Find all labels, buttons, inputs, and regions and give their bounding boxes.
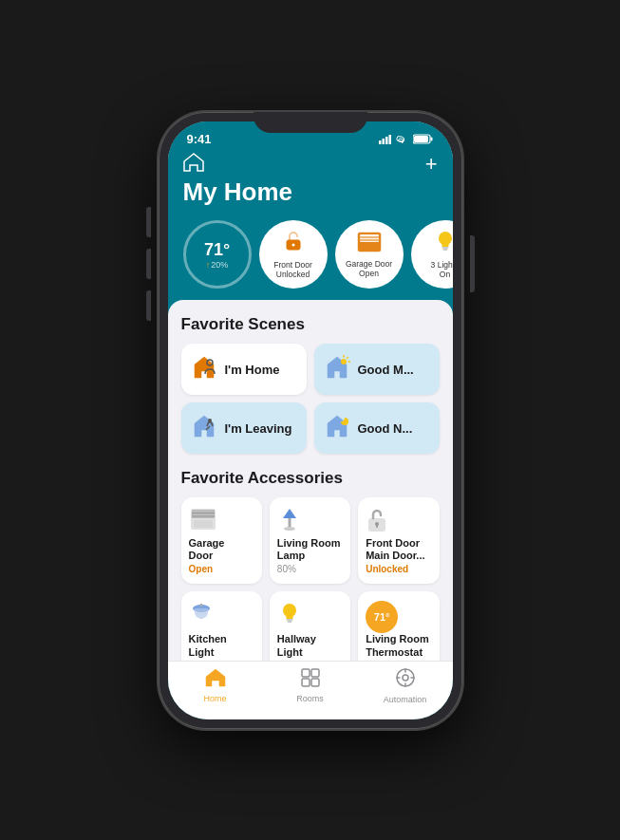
lights-tile[interactable]: 3 LightsOn <box>411 220 453 289</box>
wifi-icon <box>396 135 409 144</box>
tab-bar: Home Rooms <box>168 661 453 719</box>
kitchen-light-icon <box>189 601 254 631</box>
svg-point-28 <box>284 527 295 531</box>
rooms-tab-icon <box>301 668 320 687</box>
garage-acc-icon <box>189 507 217 532</box>
kitchen-light-name: KitchenLight <box>189 633 254 658</box>
good-morning-label: Good M... <box>358 363 414 377</box>
temp-arrow: ↑ <box>206 260 211 270</box>
svg-rect-6 <box>414 136 428 142</box>
accessory-garage-door[interactable]: GarageDoor Open <box>181 497 262 584</box>
svg-rect-23 <box>192 510 215 518</box>
ceiling-light-icon <box>189 601 214 627</box>
moon-house-icon <box>324 414 350 439</box>
accessory-kitchen-light[interactable]: KitchenLight 70% <box>181 591 262 660</box>
front-door-tile[interactable]: Front DoorUnlocked <box>259 220 328 289</box>
lights-label: 3 LightsOn <box>431 260 453 279</box>
svg-point-16 <box>341 359 347 364</box>
scenes-grid: I'm Home <box>181 344 440 454</box>
svg-rect-2 <box>385 137 388 144</box>
im-leaving-icon <box>191 414 217 442</box>
svg-rect-35 <box>287 621 291 623</box>
bulb-icon <box>435 230 453 254</box>
tab-automation-icon <box>395 667 416 693</box>
sun-house-icon <box>324 355 350 380</box>
scene-im-home[interactable]: I'm Home <box>181 344 307 395</box>
svg-rect-1 <box>382 139 385 144</box>
svg-rect-31 <box>376 524 378 528</box>
status-time: 9:41 <box>187 132 212 146</box>
lights-icon <box>435 230 453 258</box>
temp-value: 71° <box>204 240 230 260</box>
living-lamp-name: Living RoomLamp <box>277 537 343 562</box>
scene-good-morning[interactable]: Good M... <box>314 344 440 395</box>
accessories-section-title: Favorite Accessories <box>181 469 440 488</box>
tab-home-label: Home <box>203 694 226 703</box>
status-icons <box>379 134 434 144</box>
good-night-icon <box>324 414 350 442</box>
garage-icon <box>356 231 383 253</box>
add-button[interactable]: + <box>425 152 438 177</box>
signal-icon <box>379 135 392 144</box>
scene-good-night[interactable]: Good N... <box>314 402 440 454</box>
home-icon-btn[interactable] <box>183 153 204 176</box>
status-tiles-row: 71° ↑ 20% <box>168 213 453 300</box>
living-lamp-status: 80% <box>277 564 343 574</box>
im-home-label: I'm Home <box>225 363 280 377</box>
good-night-label: Good N... <box>358 421 413 436</box>
battery-icon <box>413 134 434 144</box>
scene-im-leaving[interactable]: I'm Leaving <box>181 402 307 454</box>
leaving-icon <box>191 414 217 439</box>
phone-screen: 9:41 <box>168 121 453 719</box>
thermostat-name: Living RoomThermostat <box>366 633 431 658</box>
front-door-lock-icon <box>366 507 431 537</box>
svg-rect-27 <box>288 518 291 528</box>
accessory-front-door-lock[interactable]: Front DoorMain Door... Unlocked <box>358 497 439 584</box>
svg-rect-37 <box>311 669 319 677</box>
front-door-lock-name: Front DoorMain Door... <box>366 537 431 562</box>
garage-door-tile[interactable]: Garage DoorOpen <box>335 220 404 289</box>
front-door-icon <box>282 230 305 258</box>
front-door-label: Front DoorUnlocked <box>273 260 312 279</box>
scroll-area[interactable]: 71° ↑ 20% <box>168 213 453 660</box>
svg-rect-39 <box>311 679 319 686</box>
notch <box>254 112 367 133</box>
front-door-lock-status: Unlocked <box>366 564 431 574</box>
bulb-yellow-icon <box>277 601 302 627</box>
tab-home-icon <box>205 668 226 692</box>
thermostat-circle: 71° <box>366 601 398 633</box>
tab-automation[interactable]: Automation <box>358 667 453 704</box>
svg-rect-5 <box>430 138 432 141</box>
svg-rect-10 <box>360 234 379 242</box>
garage-door-acc-name: GarageDoor <box>189 537 254 562</box>
desk-lamp-icon <box>277 507 302 533</box>
svg-point-41 <box>403 675 408 681</box>
app-header: + <box>168 148 453 178</box>
svg-rect-33 <box>200 604 202 607</box>
accessory-thermostat[interactable]: 71° Living RoomThermostat Heating to 71° <box>358 591 439 660</box>
white-section: Favorite Scenes I'm Home <box>168 300 453 660</box>
humidity-value: 20% <box>211 260 228 270</box>
page-title: My Home <box>183 178 438 206</box>
tab-rooms-label: Rooms <box>296 694 324 703</box>
svg-rect-14 <box>442 249 447 251</box>
tab-automation-label: Automation <box>384 695 427 704</box>
svg-rect-3 <box>388 135 391 144</box>
accessory-hallway-light[interactable]: HallwayLight 70% <box>270 591 350 660</box>
garage-door-label: Garage DoorOpen <box>346 259 392 278</box>
app-screen: 9:41 <box>168 121 453 719</box>
tab-home[interactable]: Home <box>168 668 263 703</box>
hallway-light-name: HallwayLight <box>277 633 343 658</box>
garage-door-acc-icon <box>189 507 254 535</box>
svg-rect-0 <box>379 140 382 144</box>
temperature-tile[interactable]: 71° ↑ 20% <box>183 220 252 289</box>
tab-rooms[interactable]: Rooms <box>263 668 358 703</box>
unlock-icon <box>282 230 305 252</box>
home-icon <box>183 153 204 172</box>
svg-line-18 <box>347 358 348 359</box>
scenes-section-title: Favorite Scenes <box>181 315 440 334</box>
lock-icon <box>366 507 388 533</box>
home-tab-icon <box>205 668 226 687</box>
accessory-living-lamp[interactable]: Living RoomLamp 80% <box>270 497 350 584</box>
automation-tab-icon <box>395 667 416 688</box>
